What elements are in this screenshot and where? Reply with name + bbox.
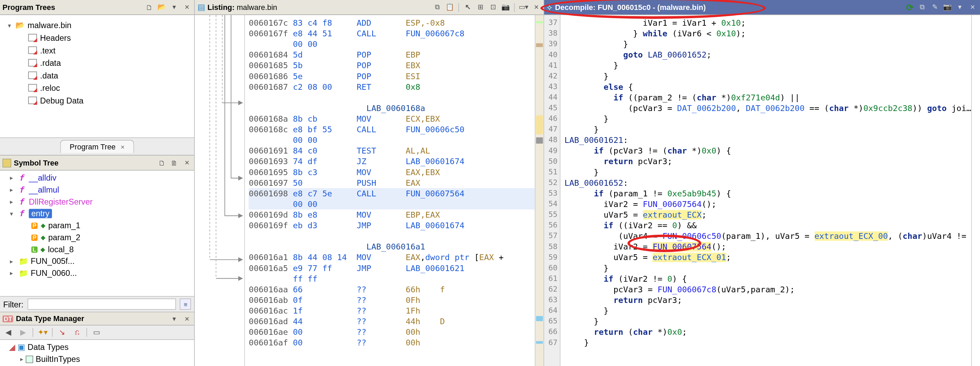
open-folder-icon[interactable] bbox=[157, 2, 167, 12]
dtm-tool4-icon[interactable]: ▭ bbox=[91, 327, 102, 338]
tree-node[interactable]: Headers bbox=[2, 32, 192, 44]
decompile-line[interactable]: uVar5 = extraout_ECX_01; bbox=[564, 252, 971, 263]
listing-line[interactable]: 0060169f eb d3 JMP LAB_00601674 bbox=[249, 220, 535, 231]
caret-icon[interactable]: ▸ bbox=[10, 186, 16, 193]
caret-icon[interactable]: ▸ bbox=[10, 270, 16, 276]
decompile-line[interactable]: goto LAB_00601652; bbox=[564, 50, 971, 60]
caret-icon[interactable]: ▸ bbox=[10, 174, 16, 181]
listing-line[interactable]: 006016aa 66 ?? 66h f bbox=[249, 284, 535, 295]
dtm-body[interactable]: ◢▣ Data Types ▸ BuiltInTypes bbox=[0, 340, 194, 366]
listing-toggle2-icon[interactable]: ⊡ bbox=[488, 2, 498, 12]
symbol-new-icon[interactable] bbox=[157, 158, 167, 168]
decompile-line[interactable]: if ((iVar2 == 0) && bbox=[564, 220, 971, 231]
tree-root[interactable]: ▾ malware.bin bbox=[2, 19, 192, 32]
decompile-line[interactable]: } bbox=[564, 124, 971, 135]
tree-node[interactable]: .data bbox=[2, 69, 192, 82]
dtm-back-icon[interactable]: ◀ bbox=[2, 327, 14, 338]
listing-line[interactable]: 006016ac 1f ?? 1Fh bbox=[249, 305, 535, 316]
tree-node[interactable]: .text bbox=[2, 44, 192, 56]
dtm-close-icon[interactable] bbox=[182, 313, 192, 323]
listing-line[interactable]: 00601698 e8 c7 5e CALL FUN_00607564 bbox=[249, 188, 535, 199]
decompile-line[interactable]: } bbox=[564, 39, 971, 50]
listing-toggle1-icon[interactable]: ⊞ bbox=[476, 2, 485, 12]
program-trees-close-icon[interactable] bbox=[182, 2, 192, 12]
decompile-line[interactable]: } bbox=[564, 263, 971, 273]
listing-line[interactable]: ff ff bbox=[249, 273, 535, 284]
decompile-line[interactable]: } while (iVar6 < 0x10); bbox=[564, 28, 971, 39]
listing-line[interactable]: 00 00 bbox=[249, 39, 535, 50]
symbol-folder[interactable]: ▸ FUN_005f... bbox=[2, 255, 192, 267]
decompile-line[interactable]: if (pcVar3 != (char *)0x0) { bbox=[564, 145, 971, 156]
listing-line[interactable]: 00 00 bbox=[249, 135, 535, 145]
decompile-line[interactable]: } bbox=[564, 60, 971, 71]
listing-overview-map[interactable] bbox=[535, 15, 544, 366]
symbol-func[interactable]: ▸ f __allmul bbox=[2, 184, 192, 196]
listing-line[interactable]: 00601685 5b POP EBX bbox=[249, 60, 535, 71]
symbol-func[interactable]: ▸ f __alldiv bbox=[2, 172, 192, 184]
listing-line[interactable]: 0060167f e8 44 51 CALL FUN_006067c8 bbox=[249, 28, 535, 39]
decompile-edit-icon[interactable]: ✎ bbox=[930, 2, 940, 12]
caret-icon[interactable]: ▸ bbox=[10, 198, 16, 205]
listing-line[interactable]: 00601686 5e POP ESI bbox=[249, 71, 535, 82]
decompile-line[interactable]: return pcVar3; bbox=[564, 156, 971, 167]
decompile-copy-icon[interactable] bbox=[917, 2, 927, 12]
decompile-line[interactable]: return pcVar3; bbox=[564, 295, 971, 305]
decompile-line[interactable]: if ((param_2 != (char *)0xf271e04d) || bbox=[564, 92, 971, 103]
dtm-tool1-icon[interactable]: ✦▾ bbox=[37, 327, 48, 338]
decompile-line[interactable]: iVar1 = iVar1 + 0x10; bbox=[564, 18, 971, 28]
decompile-line[interactable]: (uVar4 = FUN_00606c50(param_1), uVar5 = … bbox=[564, 231, 971, 241]
symbol-doc-icon[interactable] bbox=[169, 158, 179, 168]
decompile-line[interactable]: return (char *)0x0; bbox=[564, 327, 971, 337]
decompile-line[interactable]: iVar2 = FUN_00607564(); bbox=[564, 199, 971, 209]
listing-line[interactable]: 00601691 84 c0 TEST AL,AL bbox=[249, 145, 535, 156]
listing-line[interactable]: 006016af 00 ?? 00h bbox=[249, 337, 535, 348]
symbol-tree-body[interactable]: ▸ f __alldiv ▸ f __allmul ▸ f DllRegiste… bbox=[0, 171, 194, 296]
decompile-line[interactable]: (pcVar3 = DAT_0062b200, DAT_0062b200 == … bbox=[564, 103, 971, 113]
decompile-line[interactable]: } bbox=[564, 316, 971, 327]
listing-label[interactable]: LAB_006016a1 bbox=[249, 241, 535, 252]
symbol-func[interactable]: ▾ f entry bbox=[2, 208, 192, 220]
listing-line[interactable]: 006016ad 44 ?? 44h D bbox=[249, 316, 535, 327]
listing-line[interactable]: 00601695 8b c3 MOV EAX,EBX bbox=[249, 167, 535, 177]
program-tree-tab-close-icon[interactable]: × bbox=[121, 143, 124, 150]
symbol-param[interactable]: ◆ param_2 bbox=[2, 231, 192, 243]
listing-body[interactable]: 0060167c 83 c4 f8 ADD ESP,-0x80060167f e… bbox=[195, 15, 544, 366]
listing-line[interactable] bbox=[249, 231, 535, 241]
dtm-child[interactable]: ▸ BuiltInTypes bbox=[2, 353, 192, 365]
dtm-tool2-icon[interactable]: ↘ bbox=[56, 327, 68, 338]
dtm-tool3-icon[interactable]: ⎌ bbox=[72, 327, 83, 338]
decompile-line[interactable]: } bbox=[564, 305, 971, 316]
symbol-param[interactable]: ◆ param_1 bbox=[2, 220, 192, 232]
tree-node[interactable]: Debug Data bbox=[2, 94, 192, 107]
program-tree-tab[interactable]: Program Tree × bbox=[60, 140, 134, 153]
listing-line[interactable]: 0060167c 83 c4 f8 ADD ESP,-0x8 bbox=[249, 18, 535, 28]
listing-paste-icon[interactable]: 📋 bbox=[445, 2, 455, 12]
listing-label[interactable]: LAB_0060168a bbox=[249, 103, 535, 113]
decompile-menu-icon[interactable] bbox=[955, 2, 965, 12]
symbol-func[interactable]: ▸ f DllRegisterServer bbox=[2, 196, 192, 208]
decompile-close-icon[interactable] bbox=[967, 2, 977, 12]
listing-snapshot-icon[interactable] bbox=[501, 2, 511, 12]
listing-close-icon[interactable] bbox=[531, 2, 541, 12]
caret-icon[interactable]: ▾ bbox=[10, 210, 16, 217]
decompile-line[interactable]: LAB_00601652: bbox=[564, 177, 971, 188]
tree-node[interactable]: .reloc bbox=[2, 82, 192, 94]
symbol-tree-close-icon[interactable] bbox=[182, 158, 192, 168]
decompile-line[interactable]: uVar5 = extraout_ECX; bbox=[564, 209, 971, 220]
symbol-folder[interactable]: ▸ FUN_0060... bbox=[2, 267, 192, 279]
symbol-local[interactable]: ◆ local_8 bbox=[2, 243, 192, 255]
program-tree-body[interactable]: ▾ malware.bin Headers.text.rdata.data.re… bbox=[0, 15, 194, 137]
listing-line[interactable]: 00601693 74 df JZ LAB_00601674 bbox=[249, 156, 535, 167]
filter-run-icon[interactable]: ≡ bbox=[180, 299, 191, 310]
decompile-line[interactable]: } bbox=[564, 71, 971, 82]
dtm-fwd-icon[interactable]: ▶ bbox=[18, 327, 29, 338]
decompile-line[interactable]: } bbox=[564, 167, 971, 177]
decompile-line[interactable]: pcVar3 = FUN_006067c8(uVar5,param_2); bbox=[564, 284, 971, 295]
decompile-line[interactable]: iVar2 = FUN_00607564(); bbox=[564, 241, 971, 252]
decompile-line[interactable]: if (param_1 != 0xe5ab9b45) { bbox=[564, 188, 971, 199]
decompile-line[interactable]: } bbox=[564, 113, 971, 124]
listing-line[interactable]: 00601697 50 PUSH EAX bbox=[249, 177, 535, 188]
listing-line[interactable]: 006016a1 8b 44 08 14 MOV EAX,dword ptr [… bbox=[249, 252, 535, 263]
listing-line[interactable]: 006016a5 e9 77 ff JMP LAB_00601621 bbox=[249, 263, 535, 273]
caret-down-icon[interactable]: ▾ bbox=[6, 22, 12, 29]
